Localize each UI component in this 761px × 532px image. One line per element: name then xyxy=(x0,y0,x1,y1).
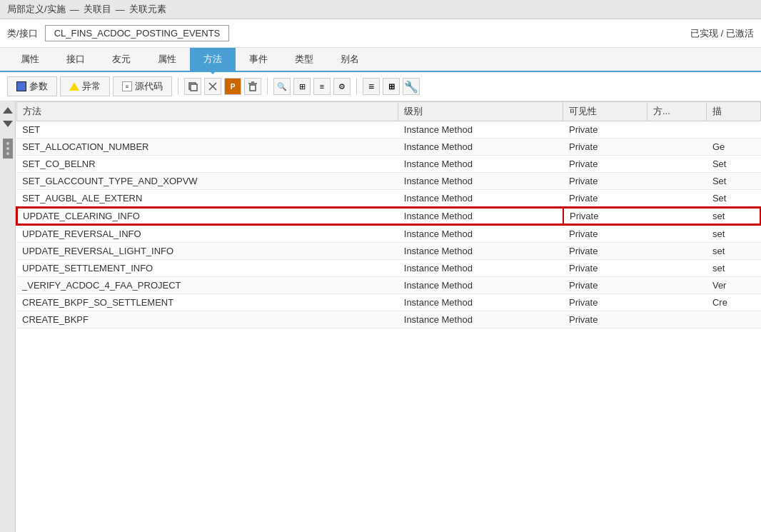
content-area: 方法 级别 可见性 方... 描 SETInstance MethodPriva… xyxy=(0,101,761,532)
cell-visibility: Private xyxy=(563,225,647,243)
source-icon: ≡ xyxy=(122,81,132,91)
table-container: 方法 级别 可见性 方... 描 SETInstance MethodPriva… xyxy=(16,101,761,532)
left-sidebar xyxy=(0,101,16,532)
cell-method: SET_GLACCOUNT_TYPE_AND_XOPVW xyxy=(16,173,398,190)
toolbar-separator-3 xyxy=(356,78,357,95)
svg-rect-4 xyxy=(250,85,256,91)
tab-aliases[interactable]: 别名 xyxy=(327,48,373,71)
cell-level: Instance Method xyxy=(398,225,563,243)
params-label: 参数 xyxy=(29,80,48,93)
tab-types[interactable]: 类型 xyxy=(281,48,327,71)
cell-desc: set xyxy=(707,207,761,225)
cell-visibility: Private xyxy=(563,311,647,328)
cell-desc: Cre xyxy=(707,294,761,311)
breadcrumb-separator-2: — xyxy=(116,4,125,15)
table-row[interactable]: _VERIFY_ACDOC_4_FAA_PROJECTInstance Meth… xyxy=(16,277,761,294)
nav-arrow-up[interactable] xyxy=(3,107,13,114)
tab-attributes[interactable]: 属性 xyxy=(144,48,190,71)
table-row[interactable]: SET_CO_BELNRInstance MethodPrivateSet xyxy=(16,156,761,173)
breadcrumb-bar: 局部定义/实施 — 关联目 — 关联元素 xyxy=(0,0,761,19)
table-row[interactable]: UPDATE_SETTLEMENT_INFOInstance MethodPri… xyxy=(16,260,761,277)
cell-visibility: Private xyxy=(563,207,647,225)
cell-desc: Set xyxy=(707,190,761,208)
cell-level: Instance Method xyxy=(398,156,563,173)
table-row[interactable]: SET_GLACCOUNT_TYPE_AND_XOPVWInstance Met… xyxy=(16,173,761,190)
toolbar-icon-lines[interactable]: ≡ xyxy=(363,78,380,95)
breadcrumb-separator-1: — xyxy=(70,4,79,15)
class-status: 已实现 / 已激活 xyxy=(690,27,754,40)
tab-interfaces[interactable]: 接口 xyxy=(53,48,99,71)
cell-visibility: Private xyxy=(563,139,647,156)
cell-level: Instance Method xyxy=(398,139,563,156)
toolbar-icon-search[interactable]: 🔍 xyxy=(273,78,291,95)
toolbar-icon-sort[interactable]: ≡ xyxy=(313,78,331,95)
table-row[interactable]: UPDATE_REVERSAL_INFOInstance MethodPriva… xyxy=(16,225,761,243)
cell-visibility: Private xyxy=(563,243,647,260)
cell-flag xyxy=(647,121,706,139)
table-row[interactable]: SET_ALLOCATION_NUMBERInstance MethodPriv… xyxy=(16,139,761,156)
cell-flag xyxy=(647,207,706,225)
table-row[interactable]: CREATE_BKPF_SO_SETTLEMENTInstance Method… xyxy=(16,294,761,311)
cell-visibility: Private xyxy=(563,156,647,173)
cell-method: CREATE_BKPF_SO_SETTLEMENT xyxy=(16,294,398,311)
cell-method: UPDATE_CLEARING_INFO xyxy=(16,207,398,225)
table-row[interactable]: UPDATE_REVERSAL_LIGHT_INFOInstance Metho… xyxy=(16,243,761,260)
cell-level: Instance Method xyxy=(398,260,563,277)
toolbar-icon-delete[interactable] xyxy=(244,78,261,95)
cell-flag xyxy=(647,243,706,260)
svg-rect-1 xyxy=(191,84,197,91)
cell-method: _VERIFY_ACDOC_4_FAA_PROJECT xyxy=(16,277,398,294)
cell-method: UPDATE_REVERSAL_INFO xyxy=(16,225,398,243)
col-header-desc: 描 xyxy=(707,102,761,121)
cell-desc: Ver xyxy=(707,277,761,294)
toolbar-icon-hierarchy[interactable]: ⊞ xyxy=(383,78,400,95)
nav-handle[interactable] xyxy=(3,139,13,159)
exceptions-button[interactable]: 异常 xyxy=(60,76,110,96)
cell-desc: set xyxy=(707,260,761,277)
table-row[interactable]: UPDATE_CLEARING_INFOInstance MethodPriva… xyxy=(16,207,761,225)
cell-level: Instance Method xyxy=(398,294,563,311)
cell-desc xyxy=(707,311,761,328)
cell-desc: set xyxy=(707,225,761,243)
source-label: 源代码 xyxy=(135,80,163,93)
tab-properties[interactable]: 属性 xyxy=(7,48,53,71)
cell-flag xyxy=(647,225,706,243)
cell-level: Instance Method xyxy=(398,173,563,190)
toolbar-icon-more[interactable]: 🔧 xyxy=(403,78,420,95)
cell-level: Instance Method xyxy=(398,243,563,260)
cell-method: UPDATE_REVERSAL_LIGHT_INFO xyxy=(16,243,398,260)
cell-method: SET xyxy=(16,121,398,139)
params-button[interactable]: 参数 xyxy=(7,76,57,96)
nav-arrow-down[interactable] xyxy=(3,121,13,127)
breadcrumb-item-2: 关联目 xyxy=(84,3,111,16)
table-row[interactable]: SET_AUGBL_ALE_EXTERNInstance MethodPriva… xyxy=(16,190,761,208)
toolbar-icon-copy[interactable] xyxy=(184,78,201,95)
cell-visibility: Private xyxy=(563,277,647,294)
table-row[interactable]: SETInstance MethodPrivate xyxy=(16,121,761,139)
toolbar-icon-paste[interactable]: P xyxy=(224,78,241,95)
cell-level: Instance Method xyxy=(398,311,563,328)
source-button[interactable]: ≡ 源代码 xyxy=(113,76,172,96)
cell-method: SET_ALLOCATION_NUMBER xyxy=(16,139,398,156)
exceptions-icon xyxy=(69,82,79,91)
cell-flag xyxy=(647,156,706,173)
params-icon xyxy=(16,81,26,91)
toolbar-icon-settings[interactable]: ⚙ xyxy=(333,78,351,95)
tab-events[interactable]: 事件 xyxy=(236,48,281,71)
cell-level: Instance Method xyxy=(398,121,563,139)
cell-flag xyxy=(647,139,706,156)
main-container: 局部定义/实施 — 关联目 — 关联元素 类/接口 CL_FINS_ACDOC_… xyxy=(0,0,761,532)
cell-level: Instance Method xyxy=(398,277,563,294)
tab-friends[interactable]: 友元 xyxy=(99,48,144,71)
tabs-row: 属性 接口 友元 属性 方法 事件 类型 别名 xyxy=(0,48,761,72)
toolbar-icon-filter[interactable]: ⊞ xyxy=(293,78,311,95)
exceptions-label: 异常 xyxy=(82,80,101,93)
cell-desc: set xyxy=(707,243,761,260)
toolbar-icon-cut[interactable] xyxy=(204,78,221,95)
toolbar-separator-2 xyxy=(267,78,268,95)
cell-flag xyxy=(647,311,706,328)
tab-methods[interactable]: 方法 xyxy=(190,48,236,71)
cell-desc: Ge xyxy=(707,139,761,156)
table-row[interactable]: CREATE_BKPFInstance MethodPrivate xyxy=(16,311,761,328)
cell-flag xyxy=(647,260,706,277)
